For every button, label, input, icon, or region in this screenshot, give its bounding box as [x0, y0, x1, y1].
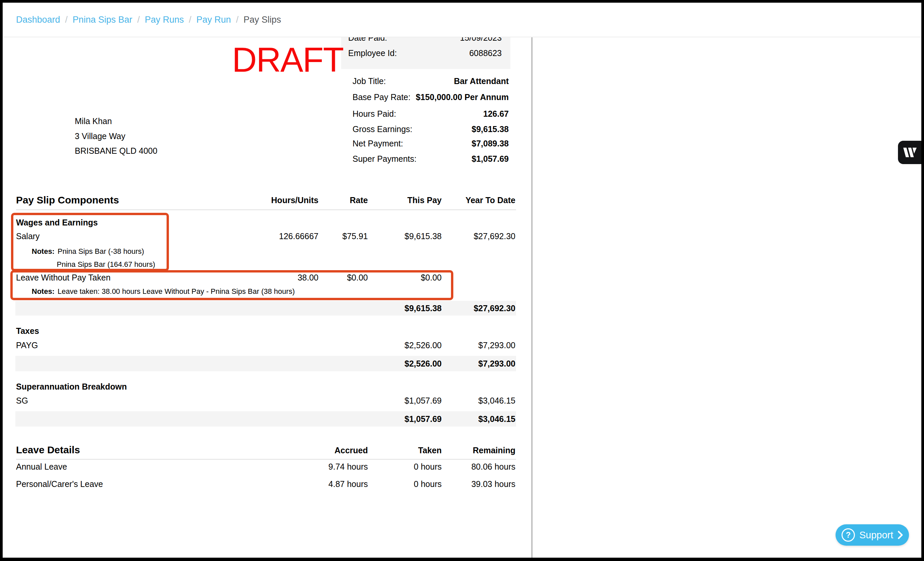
sg-ytd: $3,046.15	[478, 395, 515, 406]
super-total-this-pay: $1,057.69	[405, 411, 442, 426]
breadcrumb-business[interactable]: Pnina Sips Bar	[73, 15, 132, 25]
help-question-icon: ?	[842, 528, 855, 542]
wages-total-this-pay: $9,615.38	[405, 301, 442, 316]
gross-earnings-row: Gross Earnings: $9,615.38	[352, 123, 509, 135]
lwop-note: Leave taken: 38.00 hours Leave Without P…	[57, 287, 295, 296]
wages-heading: Wages and Earnings	[16, 217, 98, 228]
side-widget-tab[interactable]	[898, 141, 921, 164]
base-pay-rate-label: Base Pay Rate:	[352, 93, 411, 102]
breadcrumb-bar: Dashboard / Pnina Sips Bar / Pay Runs / …	[3, 3, 921, 37]
super-total-ytd: $3,046.15	[478, 411, 515, 426]
salary-note-1: Pnina Sips Bar (-38 hours)	[57, 247, 144, 256]
personal-leave-accrued: 4.87 hours	[328, 478, 368, 490]
pay-slip-page: Date Paid: 15/09/2023 Employee Id: 60886…	[0, 0, 924, 561]
wages-total-row: $9,615.38 $27,692.30	[15, 301, 516, 316]
annual-leave-row: Annual Leave 9.74 hours 0 hours 80.06 ho…	[16, 461, 515, 472]
recipient-address-line1: 3 Village Way	[75, 131, 125, 141]
breadcrumb-pay-run[interactable]: Pay Run	[196, 15, 231, 25]
annual-leave-accrued: 9.74 hours	[328, 461, 368, 472]
hours-paid-label: Hours Paid:	[352, 109, 396, 118]
breadcrumb-dashboard[interactable]: Dashboard	[16, 15, 60, 25]
breadcrumb-separator: /	[137, 15, 140, 25]
taxes-total-row: $2,526.00 $7,293.00	[15, 356, 516, 371]
support-button-label: Support	[859, 530, 893, 541]
frame-border-bottom	[0, 558, 924, 561]
salary-ytd: $27,692.30	[474, 230, 515, 242]
net-payment-row: Net Payment: $7,089.38	[352, 138, 509, 149]
employee-id-row: Employee Id: 6088623	[348, 47, 502, 59]
gross-earnings-value: $9,615.38	[472, 123, 509, 135]
net-payment-value: $7,089.38	[472, 138, 509, 149]
taxes-total-ytd: $7,293.00	[478, 356, 515, 371]
leave-column-headers: Accrued Taken Remaining	[16, 444, 515, 456]
job-title-value: Bar Attendant	[454, 75, 509, 87]
components-header-divider	[16, 209, 516, 210]
payg-ytd: $7,293.00	[478, 340, 515, 351]
components-column-headers: Hours/Units Rate This Pay Year To Date	[16, 194, 515, 206]
frame-border-left	[0, 0, 3, 561]
col-rate: Rate	[350, 194, 368, 206]
col-hours-units: Hours/Units	[271, 194, 318, 206]
salary-note-2: Pnina Sips Bar (164.67 hours)	[57, 259, 155, 269]
breadcrumb-separator: /	[65, 15, 68, 25]
col-remaining: Remaining	[472, 444, 515, 456]
job-title-label: Job Title:	[352, 76, 386, 86]
leave-header-divider	[16, 459, 516, 459]
payg-this-pay: $2,526.00	[405, 340, 442, 351]
w-logo-icon	[903, 147, 916, 157]
taxes-heading: Taxes	[16, 325, 39, 337]
lwop-notes-label: Notes:	[32, 287, 54, 296]
payg-row: PAYG $2,526.00 $7,293.00	[16, 340, 515, 351]
payg-label: PAYG	[16, 340, 38, 351]
annual-leave-taken: 0 hours	[414, 461, 442, 472]
net-payment-label: Net Payment:	[352, 139, 403, 148]
breadcrumb-separator: /	[236, 15, 238, 25]
sg-label: SG	[16, 395, 28, 406]
hours-paid-value: 126.67	[483, 108, 509, 120]
sg-row: SG $1,057.69 $3,046.15	[16, 395, 515, 406]
salary-this-pay: $9,615.38	[405, 230, 442, 242]
super-payments-value: $1,057.69	[472, 153, 509, 165]
wages-total-ytd: $27,692.30	[474, 301, 515, 316]
salary-notes: Notes:Pnina Sips Bar (-38 hours)	[32, 247, 144, 256]
base-pay-rate-value: $150,000.00 Per Annum	[416, 91, 509, 103]
salary-rate: $75.91	[342, 230, 368, 242]
annual-leave-label: Annual Leave	[16, 461, 67, 472]
hours-paid-row: Hours Paid: 126.67	[352, 108, 509, 120]
job-title-row: Job Title: Bar Attendant	[352, 75, 509, 87]
breadcrumb-pay-slips: Pay Slips	[243, 15, 281, 25]
lwop-notes: Notes:Leave taken: 38.00 hours Leave Wit…	[32, 287, 295, 296]
salary-notes-label: Notes:	[32, 247, 54, 256]
col-this-pay: This Pay	[407, 194, 442, 206]
frame-border-top	[0, 0, 924, 3]
taxes-total-this-pay: $2,526.00	[405, 356, 442, 371]
col-taken: Taken	[418, 444, 442, 456]
recipient-name: Mila Khan	[75, 116, 112, 126]
annual-leave-remaining: 80.06 hours	[471, 461, 515, 472]
personal-leave-row: Personal/Carer's Leave 4.87 hours 0 hour…	[16, 478, 515, 490]
super-payments-label: Super Payments:	[352, 154, 417, 163]
personal-leave-taken: 0 hours	[414, 478, 442, 490]
recipient-address-line2: BRISBANE QLD 4000	[75, 146, 157, 156]
super-heading: Superannuation Breakdown	[16, 381, 127, 392]
salary-hours: 126.66667	[279, 230, 318, 242]
employee-id-label: Employee Id:	[348, 48, 397, 58]
super-payments-row: Super Payments: $1,057.69	[352, 153, 509, 165]
draft-watermark: DRAFT	[232, 43, 343, 77]
personal-leave-remaining: 39.03 hours	[471, 478, 515, 490]
sg-this-pay: $1,057.69	[405, 395, 442, 406]
chevron-right-icon	[898, 530, 903, 540]
employee-id-value: 6088623	[470, 47, 502, 59]
frame-border-right	[921, 0, 924, 561]
personal-leave-label: Personal/Carer's Leave	[16, 478, 103, 490]
super-total-row: $1,057.69 $3,046.15	[15, 411, 516, 426]
gross-earnings-label: Gross Earnings:	[352, 124, 412, 134]
breadcrumb-pay-runs[interactable]: Pay Runs	[145, 15, 184, 25]
pay-slip-right-border	[531, 37, 532, 558]
support-button[interactable]: ? Support	[836, 524, 909, 546]
col-accrued: Accrued	[334, 444, 368, 456]
base-pay-rate-row: Base Pay Rate: $150,000.00 Per Annum	[352, 91, 509, 103]
breadcrumb-separator: /	[189, 15, 192, 25]
col-year-to-date: Year To Date	[465, 194, 515, 206]
